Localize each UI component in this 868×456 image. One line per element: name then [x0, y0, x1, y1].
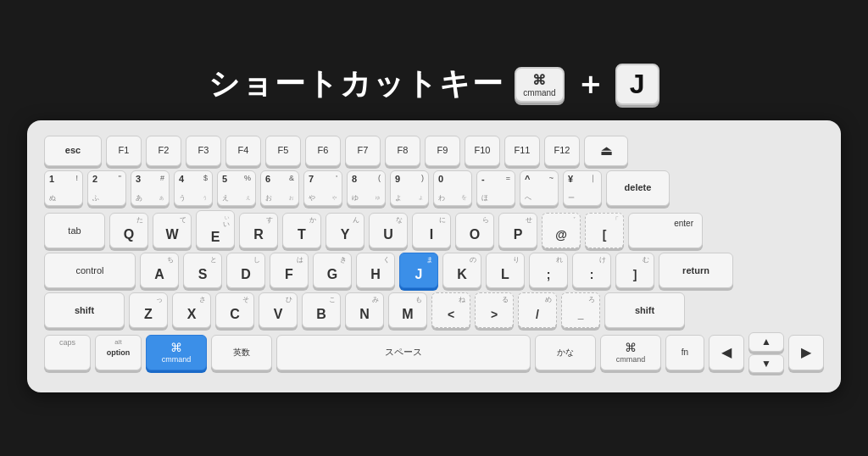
plus-sign: ＋ [575, 64, 605, 105]
key-3[interactable]: 3 # あ ぁ [131, 170, 170, 206]
key-r[interactable]: す R [239, 213, 278, 248]
keyboard: esc F1 F2 F3 F4 F5 F6 F7 F8 F9 F10 F11 F… [27, 120, 841, 392]
key-e[interactable]: ぃ い E [196, 210, 235, 248]
key-9[interactable]: 9 ) よ ょ [390, 170, 429, 206]
key-2[interactable]: 2 " ふ [87, 170, 126, 206]
key-arrow-right[interactable]: ▶ [788, 335, 824, 370]
key-at[interactable]: ゛ @ [542, 213, 581, 248]
key-f12[interactable]: F12 [544, 136, 580, 166]
key-f5[interactable]: F5 [265, 136, 301, 166]
key-b[interactable]: こ B [302, 292, 341, 328]
key-enter[interactable]: enter [628, 213, 703, 248]
key-z[interactable]: っ Z [129, 292, 168, 328]
j-key-badge: J [615, 64, 659, 105]
key-m[interactable]: も M [388, 292, 427, 328]
key-f8[interactable]: F8 [385, 136, 420, 166]
key-i[interactable]: に I [412, 213, 451, 248]
key-caps[interactable]: caps [44, 335, 91, 370]
key-f10[interactable]: F10 [465, 136, 500, 166]
key-bracket-open[interactable]: 「 [ [585, 213, 624, 248]
zxcv-row: shift っ Z さ X そ C ひ V こ B み N も M [44, 292, 824, 328]
key-u[interactable]: な U [369, 213, 408, 248]
key-d[interactable]: し D [226, 253, 265, 288]
asdf-row: control ち A と S し D は F き G く H ま J [44, 253, 824, 288]
fn-row: esc F1 F2 F3 F4 F5 F6 F7 F8 F9 F10 F11 F… [44, 136, 824, 166]
key-return[interactable]: return [659, 253, 733, 288]
key-s[interactable]: と S [183, 253, 222, 288]
key-space[interactable]: スペース [276, 335, 531, 370]
cmd-label-badge: cmmand [523, 88, 555, 97]
key-control[interactable]: control [44, 253, 136, 288]
key-option[interactable]: alt option [95, 335, 142, 370]
cmd-symbol: ⌘ [532, 72, 546, 88]
key-f9[interactable]: F9 [425, 136, 460, 166]
key-l[interactable]: り L [486, 253, 525, 288]
key-shift-left[interactable]: shift [44, 292, 125, 328]
key-delete[interactable]: delete [606, 170, 670, 206]
key-eisu[interactable]: 英数 [211, 335, 272, 370]
key-arrow-down[interactable]: ▼ [748, 354, 784, 373]
key-comma[interactable]: ね < [431, 292, 470, 328]
key-shift-right[interactable]: shift [604, 292, 685, 328]
key-caret[interactable]: ^ ~ へ [520, 170, 559, 206]
key-f11[interactable]: F11 [504, 136, 540, 166]
key-a[interactable]: ち A [140, 253, 179, 288]
key-f1[interactable]: F1 [106, 136, 142, 166]
key-t[interactable]: か T [282, 213, 321, 248]
key-yen[interactable]: ¥ ｜ ー [563, 170, 602, 206]
key-period[interactable]: る > [475, 292, 514, 328]
key-minus[interactable]: - = ほ [476, 170, 515, 206]
key-5[interactable]: 5 % え ぇ [217, 170, 256, 206]
key-h[interactable]: く H [356, 253, 395, 288]
arrow-up-down-group: ▲ ▼ [748, 332, 784, 373]
key-arrow-left[interactable]: ◀ [709, 335, 744, 370]
key-0[interactable]: 0 わ を [433, 170, 472, 206]
key-6[interactable]: 6 & お ぉ [260, 170, 299, 206]
key-4[interactable]: 4 $ う ぅ [174, 170, 213, 206]
key-f3[interactable]: F3 [186, 136, 221, 166]
key-colon[interactable]: け : [572, 253, 611, 288]
key-esc[interactable]: esc [44, 136, 102, 166]
key-eject[interactable]: ⏏ [584, 136, 628, 166]
key-f6[interactable]: F6 [305, 136, 341, 166]
key-f4[interactable]: F4 [225, 136, 261, 166]
key-w[interactable]: て W [153, 213, 192, 248]
key-cmd-right[interactable]: ⌘ cmmand [600, 335, 661, 370]
key-kana[interactable]: かな [535, 335, 596, 370]
key-x[interactable]: さ X [172, 292, 211, 328]
key-c[interactable]: そ C [215, 292, 254, 328]
key-q[interactable]: た Q [109, 213, 148, 248]
key-j[interactable]: ま J [399, 253, 438, 288]
key-arrow-up[interactable]: ▲ [748, 332, 784, 351]
qwerty-row: tab た Q て W ぃ い E す R か T ん Y な U [44, 210, 824, 248]
key-underscore[interactable]: ろ _ [561, 292, 600, 328]
key-k[interactable]: の K [442, 253, 481, 288]
key-f[interactable]: は F [270, 253, 309, 288]
key-bracket-close[interactable]: む ] [615, 253, 654, 288]
key-cmd-left[interactable]: ⌘ cmmand [146, 335, 207, 370]
key-p[interactable]: せ P [498, 213, 537, 248]
bottom-row: caps alt option ⌘ cmmand 英数 スペース かな ⌘ cm… [44, 332, 824, 373]
key-n[interactable]: み N [345, 292, 384, 328]
key-slash[interactable]: め / [518, 292, 557, 328]
key-fn[interactable]: fn [665, 335, 704, 370]
title-area: ショートカットキー ⌘ cmmand ＋ J [209, 64, 659, 105]
key-7[interactable]: 7 ' や ゃ [303, 170, 342, 206]
key-g[interactable]: き G [313, 253, 352, 288]
key-o[interactable]: ら O [455, 213, 494, 248]
title-text: ショートカットキー [209, 64, 504, 105]
key-8[interactable]: 8 ( ゆ ゅ [347, 170, 386, 206]
key-f7[interactable]: F7 [345, 136, 381, 166]
cmd-key-badge: ⌘ cmmand [515, 67, 564, 103]
key-tab[interactable]: tab [44, 213, 105, 248]
key-1[interactable]: 1 ! ぬ [44, 170, 83, 206]
key-v[interactable]: ひ V [259, 292, 298, 328]
key-y[interactable]: ん Y [326, 213, 364, 248]
key-f2[interactable]: F2 [146, 136, 181, 166]
key-semicolon[interactable]: れ ; [529, 253, 568, 288]
number-row: 1 ! ぬ 2 " ふ 3 # あ ぁ 4 $ [44, 170, 824, 206]
